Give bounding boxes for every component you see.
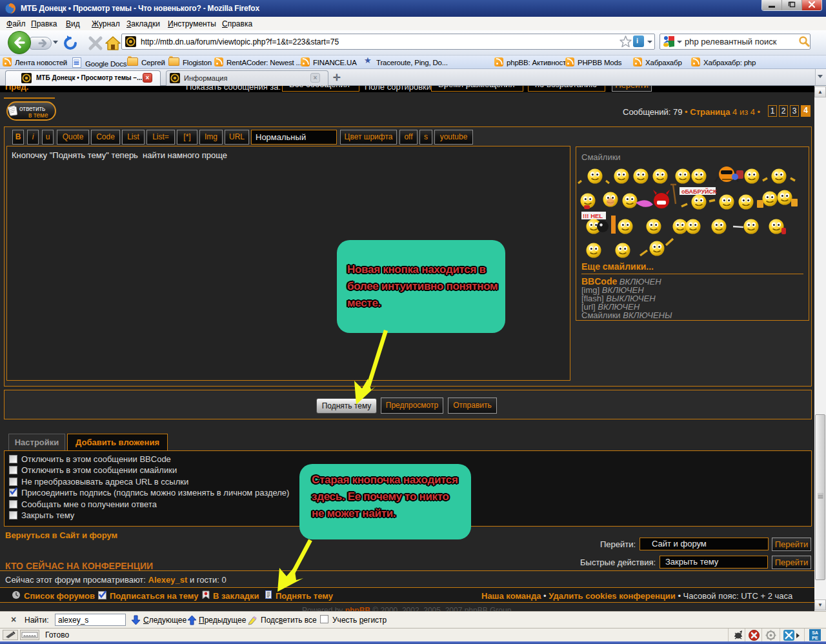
svg-text:оБАБРУЙСК: оБАБРУЙСК: [681, 188, 717, 195]
svg-text:!!! HEL: !!! HEL: [583, 212, 603, 219]
